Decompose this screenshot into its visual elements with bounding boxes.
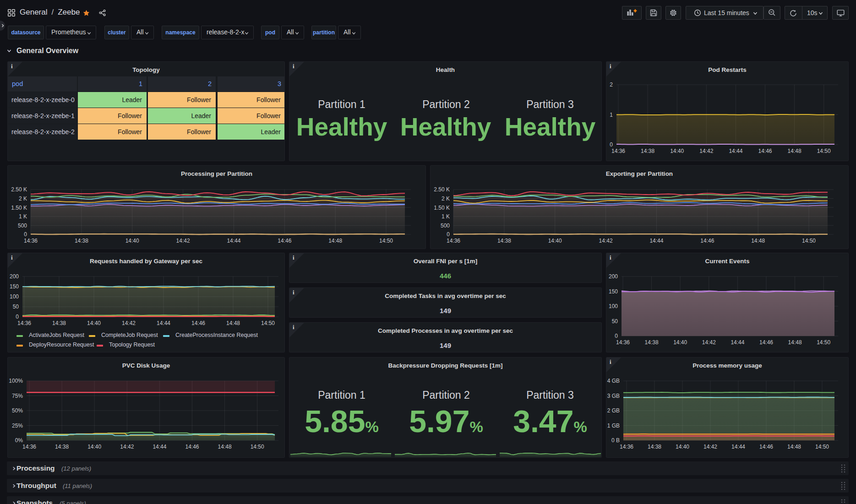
svg-text:14:40: 14:40 [87,444,101,450]
svg-text:14:46: 14:46 [185,444,199,450]
svg-text:14:44: 14:44 [731,444,745,450]
svg-text:14:38: 14:38 [645,339,659,346]
svg-text:14:46: 14:46 [278,238,291,244]
svg-text:14:42: 14:42 [702,339,716,346]
svg-text:2 K: 2 K [442,195,450,202]
svg-text:14:48: 14:48 [788,339,802,346]
svg-text:14:40: 14:40 [548,238,562,244]
svg-text:14:40: 14:40 [676,444,689,450]
svg-text:100: 100 [10,293,19,300]
svg-text:14:40: 14:40 [125,238,139,244]
svg-text:50: 50 [13,303,19,310]
svg-text:0: 0 [16,314,19,320]
svg-text:4 GB: 4 GB [607,378,620,384]
svg-text:14:40: 14:40 [670,148,684,154]
svg-text:14:40: 14:40 [87,320,101,326]
svg-text:2 K: 2 K [19,195,27,202]
svg-text:14:50: 14:50 [817,148,831,154]
svg-text:14:44: 14:44 [227,238,240,244]
svg-text:14:44: 14:44 [729,148,742,154]
svg-text:14:44: 14:44 [157,320,170,326]
svg-text:14:46: 14:46 [758,148,772,154]
svg-text:14:46: 14:46 [700,238,714,244]
svg-text:1 K: 1 K [442,213,450,220]
svg-text:14:36: 14:36 [24,238,38,244]
svg-text:25%: 25% [12,423,23,429]
svg-text:14:44: 14:44 [153,444,166,450]
svg-text:14:38: 14:38 [52,320,66,326]
svg-text:14:36: 14:36 [620,444,633,450]
svg-text:75%: 75% [12,393,23,399]
svg-text:14:40: 14:40 [673,339,687,346]
svg-text:14:42: 14:42 [699,148,713,154]
svg-text:50%: 50% [12,407,23,414]
svg-text:14:42: 14:42 [122,320,136,326]
svg-text:14:48: 14:48 [751,238,765,244]
svg-text:200: 200 [609,273,618,280]
svg-text:0%: 0% [15,437,23,444]
svg-text:14:36: 14:36 [611,148,625,154]
svg-text:1.50 K: 1.50 K [11,205,27,211]
svg-text:14:38: 14:38 [648,444,661,450]
svg-text:100%: 100% [9,378,23,384]
svg-text:14:42: 14:42 [599,238,613,244]
svg-text:2.50 K: 2.50 K [11,186,27,193]
svg-text:14:36: 14:36 [616,339,630,346]
svg-text:14:38: 14:38 [75,238,88,244]
svg-text:14:46: 14:46 [759,339,773,346]
svg-text:2: 2 [610,81,613,88]
svg-text:14:46: 14:46 [191,320,205,326]
svg-text:14:44: 14:44 [649,238,663,244]
svg-text:1: 1 [610,112,613,118]
svg-text:14:50: 14:50 [817,339,830,346]
svg-text:1 K: 1 K [19,213,27,220]
svg-text:500: 500 [441,222,450,229]
svg-text:14:36: 14:36 [447,238,460,244]
svg-text:0 B: 0 B [611,437,620,444]
svg-text:14:38: 14:38 [55,444,69,450]
svg-text:14:50: 14:50 [802,238,816,244]
svg-text:2 GB: 2 GB [607,407,620,414]
svg-text:14:38: 14:38 [641,148,654,154]
svg-text:500: 500 [18,222,27,229]
svg-text:0: 0 [610,141,613,148]
svg-text:1 GB: 1 GB [607,423,620,429]
svg-text:14:50: 14:50 [379,238,393,244]
svg-text:14:38: 14:38 [497,238,511,244]
svg-text:200: 200 [10,273,19,280]
svg-text:2.50 K: 2.50 K [434,186,450,193]
svg-text:14:36: 14:36 [22,444,36,450]
svg-text:14:50: 14:50 [251,444,264,450]
svg-text:150: 150 [609,288,618,295]
svg-text:0: 0 [447,231,450,238]
svg-text:14:50: 14:50 [815,444,829,450]
svg-text:50: 50 [612,318,618,325]
svg-text:0: 0 [24,231,27,238]
svg-text:14:48: 14:48 [218,444,232,450]
svg-text:14:48: 14:48 [787,444,801,450]
svg-text:100: 100 [609,303,618,309]
svg-text:14:42: 14:42 [703,444,717,450]
svg-text:14:48: 14:48 [226,320,240,326]
svg-text:14:50: 14:50 [261,320,275,326]
svg-text:14:48: 14:48 [788,148,801,154]
svg-text:14:44: 14:44 [731,339,744,346]
svg-text:0: 0 [615,333,618,339]
svg-text:14:42: 14:42 [120,444,134,450]
svg-text:3 GB: 3 GB [607,393,620,399]
svg-text:1.50 K: 1.50 K [434,205,450,211]
svg-text:14:48: 14:48 [328,238,342,244]
svg-text:150: 150 [10,283,19,290]
svg-text:14:42: 14:42 [176,238,190,244]
svg-text:14:46: 14:46 [759,444,773,450]
svg-text:14:36: 14:36 [17,320,31,326]
